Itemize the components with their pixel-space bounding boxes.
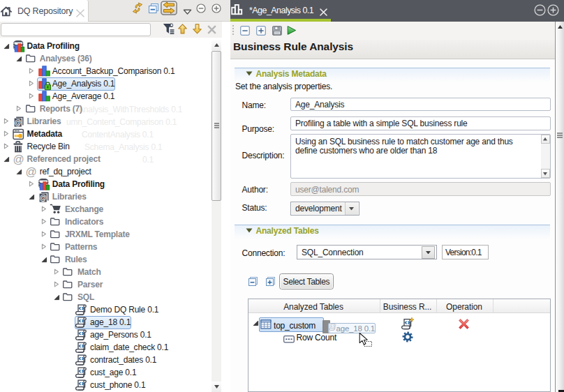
svg-text:@: @ <box>39 194 46 202</box>
svg-text:@: @ <box>13 153 24 165</box>
svg-text:@: @ <box>15 119 22 126</box>
svg-text:@: @ <box>25 166 36 178</box>
